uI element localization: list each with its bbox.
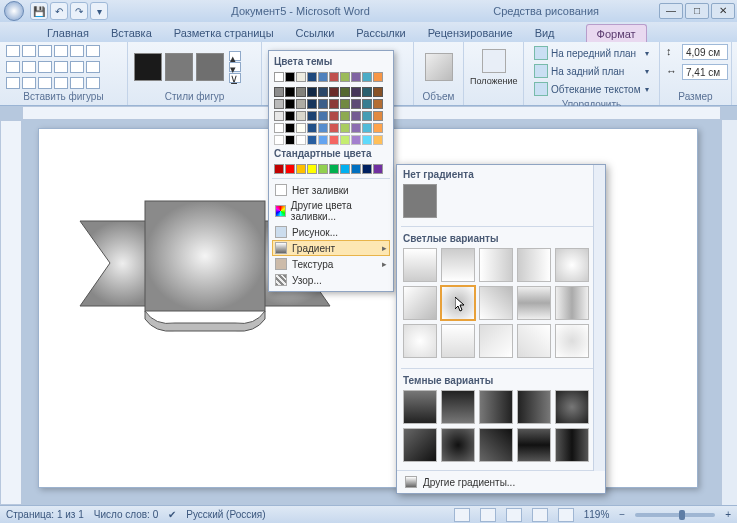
- color-swatch[interactable]: [329, 164, 339, 174]
- tab-insert[interactable]: Вставка: [100, 23, 163, 42]
- gallery-more-icon[interactable]: ⊻: [229, 73, 241, 83]
- zoom-in-icon[interactable]: +: [725, 509, 731, 520]
- color-swatch[interactable]: [340, 135, 350, 145]
- gallery-up-icon[interactable]: ▴: [229, 51, 241, 61]
- gradient-swatch[interactable]: [517, 390, 551, 424]
- color-swatch[interactable]: [373, 72, 383, 82]
- gradient-swatch[interactable]: [517, 428, 551, 462]
- color-swatch[interactable]: [340, 87, 350, 97]
- color-swatch[interactable]: [318, 72, 328, 82]
- send-to-back[interactable]: На задний план▾: [530, 62, 653, 80]
- texture-fill-item[interactable]: Текстура▸: [272, 256, 390, 272]
- color-swatch[interactable]: [373, 111, 383, 121]
- gradient-swatch[interactable]: [441, 390, 475, 424]
- color-swatch[interactable]: [329, 99, 339, 109]
- tab-format[interactable]: Формат: [586, 24, 647, 42]
- color-swatch[interactable]: [307, 111, 317, 121]
- color-swatch[interactable]: [329, 87, 339, 97]
- gradient-swatch[interactable]: [441, 324, 475, 358]
- color-swatch[interactable]: [351, 123, 361, 133]
- tab-review[interactable]: Рецензирование: [417, 23, 524, 42]
- color-swatch[interactable]: [318, 111, 328, 121]
- color-swatch[interactable]: [318, 123, 328, 133]
- color-swatch[interactable]: [296, 164, 306, 174]
- color-swatch[interactable]: [274, 164, 284, 174]
- color-swatch[interactable]: [362, 99, 372, 109]
- gradient-swatch[interactable]: [555, 324, 589, 358]
- text-wrap[interactable]: Обтекание текстом▾: [530, 80, 653, 98]
- volume-gallery[interactable]: [425, 53, 453, 81]
- color-swatch[interactable]: [296, 111, 306, 121]
- vertical-ruler[interactable]: [0, 120, 22, 505]
- bring-to-front[interactable]: На передний план▾: [530, 44, 653, 62]
- gradient-swatch[interactable]: [517, 324, 551, 358]
- color-swatch[interactable]: [274, 123, 284, 133]
- color-swatch[interactable]: [329, 72, 339, 82]
- gradient-swatch[interactable]: [403, 286, 437, 320]
- view-web-layout[interactable]: [506, 508, 522, 522]
- color-swatch[interactable]: [329, 111, 339, 121]
- zoom-level[interactable]: 119%: [584, 509, 610, 520]
- gradient-swatch[interactable]: [555, 286, 589, 320]
- spellcheck-icon[interactable]: ✔: [168, 509, 176, 520]
- color-swatch[interactable]: [373, 164, 383, 174]
- minimize-button[interactable]: —: [659, 3, 683, 19]
- color-swatch[interactable]: [285, 72, 295, 82]
- color-swatch[interactable]: [307, 72, 317, 82]
- gradient-swatch[interactable]: [555, 248, 589, 282]
- color-swatch[interactable]: [329, 135, 339, 145]
- color-swatch[interactable]: [296, 87, 306, 97]
- color-swatch[interactable]: [340, 111, 350, 121]
- color-swatch[interactable]: [307, 164, 317, 174]
- gradient-swatch[interactable]: [517, 248, 551, 282]
- no-gradient-swatch[interactable]: [403, 184, 437, 218]
- color-swatch[interactable]: [340, 72, 350, 82]
- color-swatch[interactable]: [362, 123, 372, 133]
- gradient-swatch[interactable]: [479, 390, 513, 424]
- gradient-swatch[interactable]: [479, 286, 513, 320]
- color-swatch[interactable]: [296, 99, 306, 109]
- color-swatch[interactable]: [274, 87, 284, 97]
- color-swatch[interactable]: [351, 99, 361, 109]
- tab-page-layout[interactable]: Разметка страницы: [163, 23, 285, 42]
- color-swatch[interactable]: [318, 164, 328, 174]
- shape-style-3[interactable]: [196, 53, 224, 81]
- gradient-swatch[interactable]: [403, 248, 437, 282]
- gradient-swatch[interactable]: [555, 428, 589, 462]
- shape-style-1[interactable]: [134, 53, 162, 81]
- gradient-swatch[interactable]: [479, 324, 513, 358]
- office-button[interactable]: [4, 1, 24, 21]
- color-swatch[interactable]: [362, 72, 372, 82]
- shape-width[interactable]: 7,41 см: [682, 64, 728, 80]
- color-swatch[interactable]: [362, 164, 372, 174]
- tab-references[interactable]: Ссылки: [285, 23, 346, 42]
- tab-mailings[interactable]: Рассылки: [345, 23, 416, 42]
- pattern-fill-item[interactable]: Узор...: [272, 272, 390, 288]
- language-indicator[interactable]: Русский (Россия): [186, 509, 265, 520]
- color-swatch[interactable]: [285, 135, 295, 145]
- color-swatch[interactable]: [362, 87, 372, 97]
- color-swatch[interactable]: [285, 164, 295, 174]
- position-label[interactable]: Положение: [470, 76, 518, 86]
- color-swatch[interactable]: [274, 135, 284, 145]
- color-swatch[interactable]: [318, 87, 328, 97]
- color-swatch[interactable]: [285, 99, 295, 109]
- view-print-layout[interactable]: [454, 508, 470, 522]
- color-swatch[interactable]: [373, 135, 383, 145]
- color-swatch[interactable]: [351, 135, 361, 145]
- save-icon[interactable]: 💾: [30, 2, 48, 20]
- color-swatch[interactable]: [340, 99, 350, 109]
- color-swatch[interactable]: [285, 111, 295, 121]
- gradient-swatch[interactable]: [441, 248, 475, 282]
- view-draft[interactable]: [558, 508, 574, 522]
- maximize-button[interactable]: □: [685, 3, 709, 19]
- close-button[interactable]: ✕: [711, 3, 735, 19]
- view-full-screen[interactable]: [480, 508, 496, 522]
- zoom-slider[interactable]: [635, 513, 715, 517]
- color-swatch[interactable]: [285, 87, 295, 97]
- no-fill-item[interactable]: Нет заливки: [272, 182, 390, 198]
- color-swatch[interactable]: [362, 111, 372, 121]
- color-swatch[interactable]: [274, 111, 284, 121]
- shape-style-2[interactable]: [165, 53, 193, 81]
- gradient-fill-item[interactable]: Градиент▸: [272, 240, 390, 256]
